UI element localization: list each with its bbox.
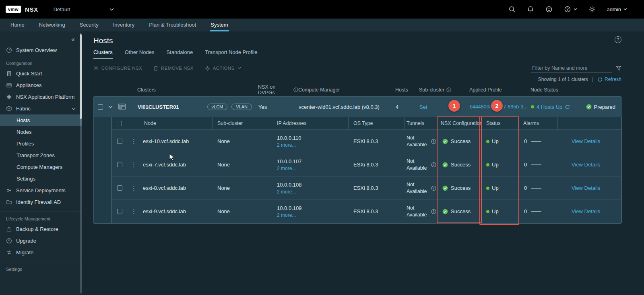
- row-checkbox[interactable]: [117, 185, 122, 191]
- nav-item-inventory[interactable]: Inventory: [112, 19, 135, 31]
- select-all-checkbox[interactable]: [117, 121, 122, 126]
- sidebar-item-label: Profiles: [17, 141, 34, 147]
- info-icon[interactable]: [446, 87, 451, 92]
- clipboard-icon: [6, 71, 12, 77]
- applied-profile-link[interactable]: b444800c-7a...7-895b-3...: [470, 104, 528, 110]
- kebab-menu-icon[interactable]: ⋮: [131, 138, 135, 145]
- refresh-icon[interactable]: [565, 104, 570, 110]
- tab-clusters[interactable]: Clusters: [93, 49, 113, 59]
- sidebar-scrollbar-thumb[interactable]: [80, 34, 82, 119]
- sidebar-item-nodes[interactable]: Nodes: [0, 126, 82, 138]
- expand-chevron-icon[interactable]: [108, 106, 113, 108]
- project-selector[interactable]: Default: [54, 6, 114, 12]
- help-menu[interactable]: [564, 6, 577, 13]
- product-name: NSX: [25, 6, 38, 13]
- cluster-sub-cluster-link[interactable]: Set: [419, 104, 470, 110]
- sidebar-item-compute-managers[interactable]: Compute Managers: [0, 161, 82, 173]
- sidebar-item-fabric[interactable]: Fabric: [0, 103, 82, 114]
- sidebar-item-quick-start[interactable]: Quick Start: [0, 68, 82, 79]
- sidebar-item-upgrade[interactable]: Upgrade: [0, 235, 82, 247]
- nav-item-plan-troubleshoot[interactable]: Plan & Troubleshoot: [148, 19, 197, 31]
- appearance-sun-icon[interactable]: [588, 6, 596, 13]
- os-type-value: ESXi 8.0.3: [349, 138, 405, 144]
- topbar-actions: admin: [508, 6, 644, 13]
- alarms-sparkline: [531, 141, 541, 142]
- info-icon[interactable]: [431, 162, 436, 167]
- view-details-link[interactable]: View Details: [572, 185, 600, 191]
- info-icon[interactable]: [431, 185, 436, 191]
- sidebar-item-label: Appliances: [16, 82, 42, 88]
- sidebar-item-profiles[interactable]: Profiles: [0, 138, 82, 150]
- sidebar-item-identity-firewall-ad[interactable]: Identity Firewall AD: [0, 196, 82, 208]
- sidebar-item-label: Hosts: [17, 117, 30, 123]
- configure-nsx-button[interactable]: CONFIGURE NSX: [93, 66, 142, 71]
- ip-more-link[interactable]: 2 more...: [277, 142, 349, 148]
- refresh-button[interactable]: Refresh: [597, 77, 621, 82]
- sidebar-item-hosts[interactable]: Hosts: [0, 114, 82, 126]
- filter-input[interactable]: [531, 64, 612, 73]
- ip-more-link[interactable]: 2 more...: [277, 166, 349, 171]
- nsx-configuration-value: Success: [451, 208, 471, 214]
- sidebar-item-nsx-application-platform[interactable]: NSX Application Platform: [0, 91, 82, 103]
- header-clusters: Clusters: [137, 87, 258, 93]
- chevron-down-icon: [237, 67, 241, 69]
- sidebar-item-label: Compute Managers: [17, 164, 62, 170]
- status-value: Up: [492, 138, 499, 144]
- sidebar-item-system-overview[interactable]: System Overview: [0, 44, 82, 56]
- cluster-name[interactable]: VI01CLUSTER01: [138, 104, 179, 110]
- collapse-sidebar-icon[interactable]: «: [71, 36, 75, 43]
- sidebar-item-backup-restore[interactable]: Backup & Restore: [0, 223, 82, 235]
- nsx-configuration-value: Success: [451, 138, 471, 144]
- header-sub-cluster: Sub-cluster: [213, 117, 272, 129]
- row-checkbox[interactable]: [117, 162, 122, 167]
- search-icon[interactable]: [508, 6, 516, 13]
- view-details-link[interactable]: View Details: [572, 138, 600, 144]
- info-icon[interactable]: [431, 139, 436, 144]
- header-compute-manager: Compute Manager: [298, 87, 395, 93]
- info-icon[interactable]: [431, 209, 436, 214]
- user-menu[interactable]: admin: [607, 6, 627, 12]
- sidebar-item-migrate[interactable]: Migrate: [0, 247, 82, 258]
- nav-item-system[interactable]: System: [210, 19, 229, 31]
- kebab-menu-icon[interactable]: ⋮: [131, 161, 135, 168]
- tab-other-nodes[interactable]: Other Nodes: [125, 49, 155, 59]
- sidebar-item-label: System Overview: [16, 47, 57, 53]
- notifications-bell-icon[interactable]: [527, 6, 534, 13]
- kebab-menu-icon[interactable]: ⋮: [131, 208, 135, 215]
- table-row: ⋮ esxi-9.vcf.sddc.lab None 10.0.0.109 2 …: [112, 199, 621, 223]
- filter-funnel-icon[interactable]: [616, 66, 621, 71]
- sidebar-section-lifecycle-management: Lifecycle Management: [0, 212, 82, 223]
- remove-nsx-button[interactable]: REMOVE NSX: [153, 66, 194, 71]
- tab-standalone[interactable]: Standalone: [166, 49, 193, 59]
- view-details-link[interactable]: View Details: [572, 208, 600, 214]
- kebab-menu-icon[interactable]: ⋮: [131, 185, 135, 192]
- hosts-table-header: Node Sub-cluster IP Addresses OS Type Tu…: [112, 117, 621, 129]
- success-check-icon: [442, 185, 448, 191]
- username: admin: [607, 6, 621, 12]
- cluster-node-status-link[interactable]: 4 Hosts Up: [537, 104, 562, 110]
- sub-cluster-value: None: [213, 138, 272, 144]
- sidebar-item-appliances[interactable]: Appliances: [0, 79, 82, 91]
- header-sub-cluster: Sub-cluster: [419, 87, 469, 93]
- sidebar-item-label: Quick Start: [16, 71, 42, 77]
- ip-more-link[interactable]: 2 more...: [277, 189, 349, 195]
- view-details-link[interactable]: View Details: [572, 162, 600, 168]
- info-icon[interactable]: [293, 87, 298, 92]
- actions-menu-button[interactable]: ACTIONS: [205, 66, 241, 71]
- tab-transport-node-profile[interactable]: Transport Node Profile: [205, 49, 257, 59]
- chevron-down-icon: [109, 8, 114, 11]
- page-help-icon[interactable]: [615, 36, 621, 43]
- sidebar-item-fabric-settings[interactable]: Settings: [0, 173, 82, 185]
- nav-item-home[interactable]: Home: [10, 19, 25, 31]
- row-checkbox[interactable]: [117, 209, 122, 214]
- sidebar-item-transport-zones[interactable]: Transport Zones: [0, 150, 82, 161]
- feedback-smiley-icon[interactable]: [545, 6, 553, 13]
- row-checkbox[interactable]: [117, 139, 122, 144]
- nav-item-networking[interactable]: Networking: [38, 19, 66, 31]
- nav-item-security[interactable]: Security: [79, 19, 99, 31]
- cluster-checkbox[interactable]: [98, 104, 103, 110]
- ip-more-link[interactable]: 2 more...: [277, 212, 349, 218]
- os-type-value: ESXi 8.0.3: [349, 185, 405, 191]
- sidebar-item-service-deployments[interactable]: Service Deployments: [0, 185, 82, 196]
- table-row: ⋮ esxi-10.vcf.sddc.lab None 10.0.0.110 2…: [112, 129, 621, 153]
